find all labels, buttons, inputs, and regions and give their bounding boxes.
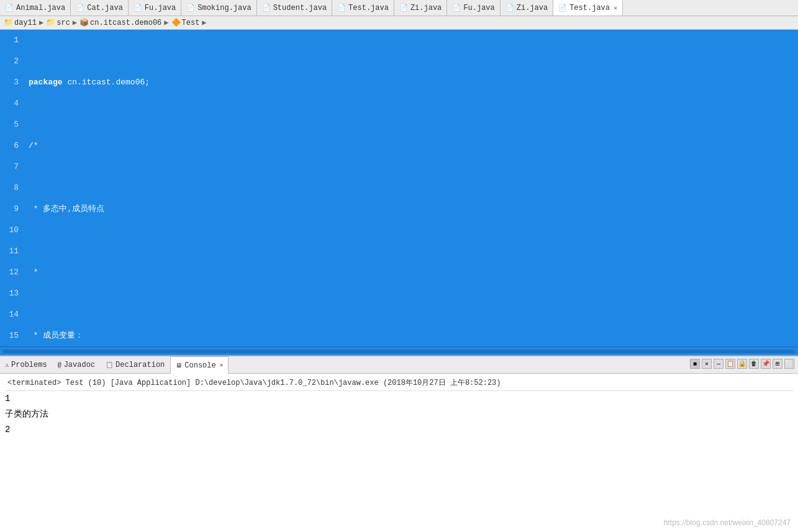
breadcrumb-sep: ▶ (39, 18, 43, 27)
breadcrumb-sep: ▶ (73, 18, 77, 27)
line-numbers: 1 2 3 4 5 6 7 8 9 10 11 12 13 14 15 (0, 30, 24, 346)
tab-label: Test.java (348, 4, 389, 12)
stop-button[interactable]: ■ (690, 359, 700, 369)
panel-tab-row: ⚠ Problems @ Javadoc 📋 Declaration 🖥 Con… (0, 356, 798, 374)
panel-toolbar: ■ ✕ — 📋 🔒 🗑 📌 ⊞ ⬜ (690, 359, 794, 369)
java-file-icon: 📄 (399, 4, 408, 12)
console-content: <terminated> Test (10) [Java Application… (0, 374, 798, 532)
tab-close-icon[interactable]: ✕ (614, 4, 617, 12)
watermark: https://blog.csdn.net/weixin_40807247 (664, 518, 791, 527)
tab-label: Student.java (273, 4, 327, 12)
tab-label: Cat.java (87, 4, 123, 12)
code-line-1: package cn.itcast.demo06; (29, 72, 798, 93)
tab-bar: 📄 Animal.java 📄 Cat.java 📄 Fu.java 📄 Smo… (0, 0, 798, 16)
code-content[interactable]: package cn.itcast.demo06; /* * 多态中,成员特点 … (24, 30, 798, 346)
console-output-line-2: 子类的方法 (5, 407, 793, 422)
java-file-icon: 📄 (186, 4, 195, 12)
tab-label: Smoking.java (197, 4, 251, 12)
bottom-panel: ⚠ Problems @ Javadoc 📋 Declaration 🖥 Con… (0, 355, 798, 532)
panel-tab-console[interactable]: 🖥 Console ✕ (170, 356, 229, 374)
console-terminated-line: <terminated> Test (10) [Java Application… (5, 376, 793, 391)
java-file-icon: 📄 (5, 4, 14, 12)
panel-tab-problems-label: Problems (11, 361, 47, 369)
tab-label: Zi.java (517, 4, 548, 12)
copy-button[interactable]: 📋 (725, 359, 735, 369)
tab-smoking[interactable]: 📄 Smoking.java (181, 0, 256, 16)
tab-label: Fu.java (463, 4, 494, 12)
tab-zi1[interactable]: 📄 Zi.java (394, 0, 447, 16)
tab-student[interactable]: 📄 Student.java (257, 0, 332, 16)
java-file-icon: 📄 (506, 4, 514, 12)
view-menu-button[interactable]: ⊞ (773, 359, 782, 369)
panel-tab-console-label: Console (184, 361, 215, 370)
editor-area[interactable]: 1 2 3 4 5 6 7 8 9 10 11 12 13 14 15 pack… (0, 30, 798, 346)
tab-test2[interactable]: 📄 Test.java ✕ (553, 0, 623, 16)
tab-label: Test.java (569, 4, 610, 12)
java-file-icon: 📄 (76, 4, 84, 12)
scroll-track[interactable] (2, 349, 796, 353)
code-line-2: /* (29, 135, 798, 156)
maximize-button[interactable]: ⬜ (784, 359, 794, 369)
java-file-icon: 📄 (452, 4, 461, 12)
code-line-4: * (29, 262, 798, 283)
javadoc-icon: @ (58, 362, 61, 369)
console-output: 1 子类的方法 2 (5, 391, 793, 438)
code-line-3: * 多态中,成员特点 (29, 199, 798, 220)
minimize-button[interactable]: — (714, 359, 723, 369)
console-icon: 🖥 (176, 362, 182, 369)
panel-tab-javadoc[interactable]: @ Javadoc (53, 356, 101, 374)
console-output-line-3: 2 (5, 422, 793, 438)
breadcrumb-part-src[interactable]: src (57, 19, 70, 27)
panel-tab-javadoc-label: Javadoc (64, 361, 95, 369)
problems-icon: ⚠ (5, 361, 9, 369)
tab-test1[interactable]: 📄 Test.java (332, 0, 394, 16)
panel-tab-declaration-label: Declaration (116, 361, 165, 369)
breadcrumb-part-pkg[interactable]: cn.itcast.demo06 (90, 19, 161, 27)
tab-fu1[interactable]: 📄 Fu.java (129, 0, 181, 16)
horizontal-scrollbar[interactable] (0, 346, 798, 355)
java-file-icon: 📄 (262, 4, 271, 12)
tab-cat[interactable]: 📄 Cat.java (71, 0, 129, 16)
panel-tab-declaration[interactable]: 📋 Declaration (101, 356, 170, 374)
tab-fu2[interactable]: 📄 Fu.java (447, 0, 500, 16)
breadcrumb-part-day11[interactable]: day11 (14, 19, 37, 27)
tab-label: Fu.java (145, 4, 176, 12)
breadcrumb: 📁 day11 ▶ 📁 src ▶ 📦 cn.itcast.demo06 ▶ 🔶… (0, 16, 798, 30)
console-output-line-1: 1 (5, 391, 793, 407)
clear-button[interactable]: 🗑 (749, 359, 759, 369)
close-panel-button[interactable]: ✕ (702, 359, 712, 369)
console-close-icon[interactable]: ✕ (220, 362, 223, 369)
declaration-icon: 📋 (106, 361, 113, 369)
java-file-icon: 📄 (558, 4, 567, 12)
java-file-icon: 📄 (134, 4, 142, 12)
tab-animal[interactable]: 📄 Animal.java (0, 0, 71, 16)
pin-button[interactable]: 📌 (761, 359, 771, 369)
tab-zi2[interactable]: 📄 Zi.java (501, 0, 553, 16)
tab-label: Animal.java (16, 4, 65, 12)
scroll-lock-button[interactable]: 🔒 (737, 359, 747, 369)
java-file-icon: 📄 (337, 4, 346, 12)
breadcrumb-icon-src: 📁 (46, 18, 55, 27)
breadcrumb-icon-pkg: 📦 (79, 18, 89, 27)
breadcrumb-sep: ▶ (202, 18, 206, 27)
panel-tab-problems[interactable]: ⚠ Problems (0, 356, 53, 374)
code-line-5: * 成员变量： (29, 325, 798, 346)
breadcrumb-part-class[interactable]: Test (182, 19, 200, 27)
breadcrumb-icon-class: 🔶 (171, 18, 181, 27)
breadcrumb-icon: 📁 (4, 18, 13, 27)
breadcrumb-sep: ▶ (164, 18, 168, 27)
tab-label: Zi.java (410, 4, 442, 12)
